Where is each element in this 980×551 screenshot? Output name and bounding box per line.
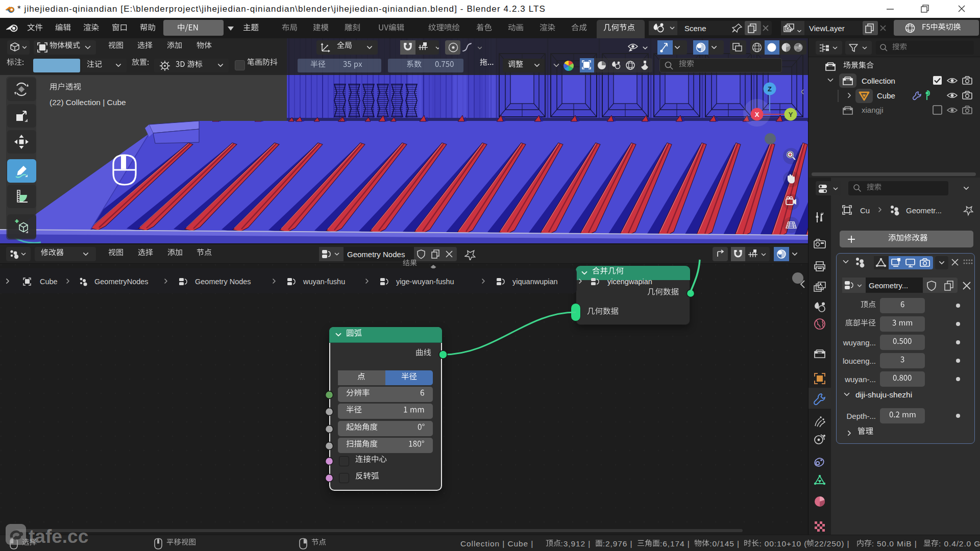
svg-text:X: X — [755, 111, 760, 118]
svg-text:Y: Y — [789, 111, 793, 118]
svg-text:Z: Z — [768, 85, 772, 93]
